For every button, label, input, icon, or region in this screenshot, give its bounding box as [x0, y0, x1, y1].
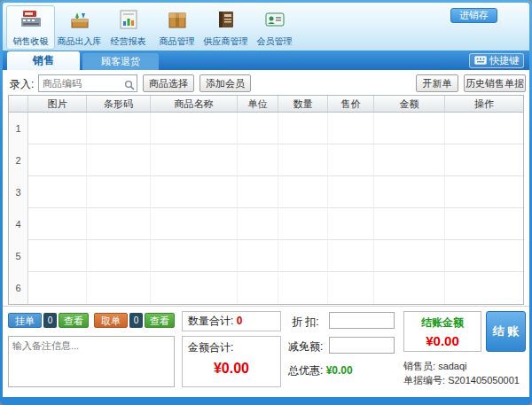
quantity-total-label: 数量合计:: [188, 315, 233, 327]
shortcut-keys-button[interactable]: 快捷键: [469, 53, 524, 68]
remark-input[interactable]: [8, 336, 175, 387]
deduction-input[interactable]: [329, 337, 395, 354]
member-card-icon: [263, 8, 286, 35]
row-number: 6: [9, 272, 28, 304]
tab-strip: 销售 顾客退货 快捷键: [3, 51, 529, 70]
column-header-unit: 单位: [238, 96, 278, 112]
toolbar-item-products[interactable]: 商品管理: [153, 5, 201, 50]
toolbar-label: 商品出入库: [58, 35, 102, 48]
column-header-product-name: 商品名称: [151, 96, 238, 112]
new-order-button[interactable]: 开新单: [416, 74, 458, 92]
keyboard-icon: [474, 55, 487, 67]
content-area: 录入: 商品选择 添加会员 开新单 历史销售单据 图片 条形码 商品名称 单位 …: [3, 70, 529, 397]
inventory-button[interactable]: 进销存: [450, 8, 497, 23]
column-header-barcode: 条形码: [87, 96, 151, 112]
salesperson-line: 销售员: sadaqi: [403, 360, 467, 373]
retrieve-order-count-badge: 0: [129, 313, 143, 328]
discount-input[interactable]: [329, 312, 395, 329]
row-number: 2: [9, 144, 28, 176]
checkout-amount-box: 结账金额 ¥0.00: [403, 311, 481, 352]
row-number: 4: [9, 208, 28, 240]
table-row[interactable]: 3: [9, 176, 523, 208]
retrieve-order-button[interactable]: 取单: [94, 313, 128, 328]
toolbar-label: 销售收银: [13, 35, 49, 48]
amount-total-value: ¥0.00: [183, 361, 280, 377]
column-header-operation: 操作: [445, 96, 523, 112]
salesperson-value: sadaqi: [438, 361, 466, 371]
table-row[interactable]: 5: [9, 240, 523, 272]
toolbar-label: 会员管理: [257, 35, 293, 48]
toolbar-label: 供应商管理: [204, 35, 248, 48]
toolbar-item-sales-cashier[interactable]: 销售收银: [6, 5, 55, 50]
sales-items-table: 图片 条形码 商品名称 单位 数量 售价 金额 操作 1 2 3: [8, 95, 524, 305]
table-row[interactable]: 1: [9, 113, 523, 144]
amount-total-label: 金额合计:: [183, 337, 280, 355]
checkout-button[interactable]: 结 账: [486, 311, 526, 352]
quantity-total-box: 数量合计: 0: [182, 311, 281, 331]
row-number: 5: [9, 240, 28, 272]
row-number: 3: [9, 176, 28, 208]
salesperson-label: 销售员:: [403, 361, 435, 371]
add-member-button[interactable]: 添加会员: [200, 74, 251, 92]
table-row[interactable]: 4: [9, 208, 523, 240]
app-window: 销售收银 商品出入库 经营报表 商品管理: [0, 0, 532, 405]
total-promo-label: 总优惠:: [288, 364, 323, 377]
entry-label: 录入:: [10, 77, 34, 92]
table-row[interactable]: 2: [9, 144, 523, 176]
hold-order-count-badge: 0: [43, 313, 57, 328]
checkout-amount-label: 结账金额: [404, 315, 481, 331]
main-toolbar: 销售收银 商品出入库 经营报表 商品管理: [3, 3, 529, 51]
toolbar-label: 商品管理: [160, 35, 195, 48]
cash-register-icon: [20, 8, 43, 35]
product-code-input[interactable]: [38, 74, 137, 92]
shortcut-keys-label: 快捷键: [489, 54, 519, 67]
product-box-icon: [166, 8, 189, 35]
tab-customer-returns[interactable]: 顾客退货: [82, 53, 159, 70]
quantity-total-value: 0: [237, 315, 243, 327]
report-icon: [117, 8, 140, 35]
search-icon[interactable]: [124, 78, 135, 89]
checkout-amount-value: ¥0.00: [404, 333, 481, 348]
history-sales-button[interactable]: 历史销售单据: [464, 74, 526, 92]
hold-order-view-button[interactable]: 查看: [59, 313, 89, 328]
table-corner-cell: [9, 96, 28, 112]
toolbar-item-suppliers[interactable]: 供应商管理: [201, 5, 250, 50]
table-row[interactable]: 6: [9, 272, 523, 304]
document-number-value: S201405050001: [448, 375, 520, 386]
hold-order-button[interactable]: 挂单: [8, 313, 42, 328]
column-header-price: 售价: [328, 96, 374, 112]
retrieve-order-view-button[interactable]: 查看: [145, 313, 175, 328]
tab-sales[interactable]: 销售: [7, 51, 80, 70]
toolbar-item-stock-inout[interactable]: 商品出入库: [55, 5, 104, 50]
discount-label: 折 扣:: [292, 315, 319, 330]
column-header-quantity: 数量: [278, 96, 328, 112]
footer-divider: [3, 306, 529, 307]
toolbar-item-reports[interactable]: 经营报表: [104, 5, 153, 50]
toolbar-label: 经营报表: [111, 35, 146, 48]
document-number-line: 单据编号: S201405050001: [403, 374, 520, 387]
total-promo-value: ¥0.00: [326, 364, 353, 377]
row-number: 1: [9, 113, 28, 144]
document-number-label: 单据编号:: [403, 375, 445, 386]
supplier-icon: [215, 8, 238, 35]
select-product-button[interactable]: 商品选择: [143, 74, 194, 92]
deduction-label: 减免额:: [288, 339, 323, 354]
column-header-image: 图片: [28, 96, 87, 112]
column-header-amount: 金额: [374, 96, 445, 112]
table-header-row: 图片 条形码 商品名称 单位 数量 售价 金额 操作: [9, 96, 523, 113]
stock-inout-icon: [68, 8, 91, 35]
amount-total-box: 金额合计: ¥0.00: [182, 336, 281, 387]
total-promo-line: 总优惠: ¥0.00: [288, 363, 353, 378]
toolbar-item-members[interactable]: 会员管理: [250, 5, 299, 50]
